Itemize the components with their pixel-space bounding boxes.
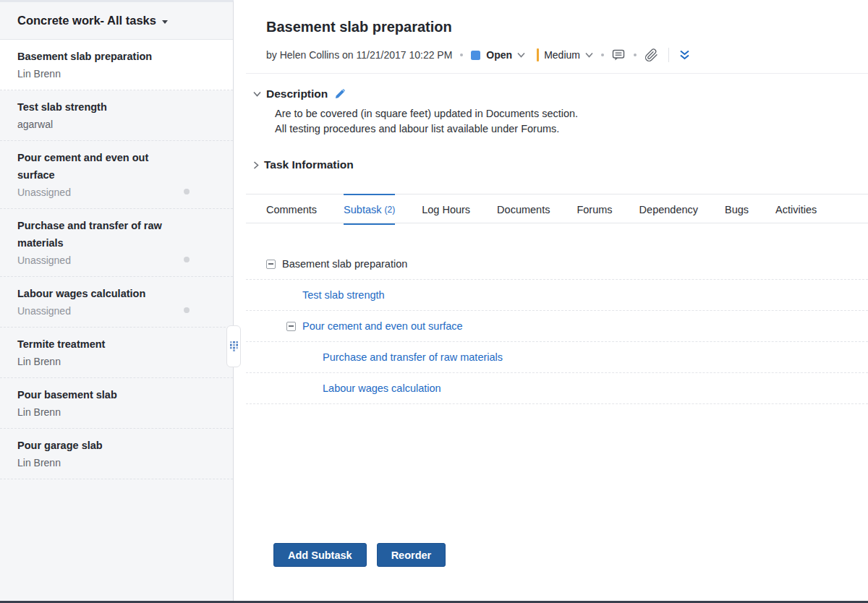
collapse-minus-icon[interactable] <box>266 260 276 269</box>
more-actions-double-chevron-icon[interactable] <box>679 50 690 60</box>
task-list: Basement slab preparation Lin Brenn Test… <box>0 40 233 479</box>
priority-color-bar <box>537 48 539 61</box>
dot-separator <box>634 54 637 56</box>
sidebar-task-item[interactable]: Pour basement slab Lin Brenn <box>0 378 233 429</box>
task-information-heading: Task Information <box>264 158 354 171</box>
task-list-sidebar: Concrete work- All tasks Basement slab p… <box>0 0 234 603</box>
subtask-root-title: Basement slab preparation <box>282 258 407 270</box>
tab-bugs[interactable]: Bugs <box>725 194 749 225</box>
sidebar-task-assignee: Lin Brenn <box>17 456 216 470</box>
tab-label: Activities <box>775 204 817 215</box>
sidebar-task-assignee: Lin Brenn <box>17 354 216 369</box>
tab-label: Bugs <box>725 204 749 215</box>
chevron-down-icon[interactable] <box>585 52 593 58</box>
description-line: All testing procedures and labour list a… <box>275 121 868 137</box>
sidebar-task-title: Labour wages calculation <box>17 285 216 302</box>
sidebar-task-title: Pour garage slab <box>17 437 216 454</box>
chevron-right-icon <box>253 161 259 169</box>
priority-dropdown[interactable]: Medium <box>544 49 580 61</box>
detail-tabs: Comments Subtask (2) Log Hours Documents… <box>246 194 868 223</box>
collapse-minus-icon[interactable] <box>286 322 296 331</box>
task-information-header[interactable]: Task Information <box>253 157 868 173</box>
subtask-link[interactable]: Purchase and transfer of raw materials <box>323 351 503 363</box>
sidebar-task-assignee: agarwal <box>17 117 216 132</box>
edit-pencil-icon[interactable] <box>335 89 345 99</box>
unassigned-dot-icon <box>184 189 190 194</box>
header-divider <box>246 73 868 74</box>
description-section: Description Are to be covered (in square… <box>266 86 868 137</box>
sidebar-resize-handle[interactable] <box>226 325 241 367</box>
tab-subtask[interactable]: Subtask (2) <box>344 194 395 225</box>
sidebar-task-assignee: Lin Brenn <box>17 405 216 419</box>
description-heading: Description <box>266 87 328 100</box>
tab-documents[interactable]: Documents <box>497 194 550 225</box>
sidebar-task-title: Purchase and transfer of raw materials <box>17 217 216 252</box>
subtask-link[interactable]: Pour cement and even out surface <box>302 320 463 332</box>
reorder-button[interactable]: Reorder <box>377 543 446 567</box>
tab-count: (2) <box>385 205 396 215</box>
task-list-switcher[interactable]: Concrete work- All tasks <box>0 2 233 40</box>
tab-label: Log Hours <box>422 204 470 215</box>
tab-forums[interactable]: Forums <box>576 194 612 225</box>
tab-activities[interactable]: Activities <box>775 194 817 225</box>
add-subtask-button[interactable]: Add Subtask <box>273 543 367 567</box>
subtask-link[interactable]: Test slab strength <box>302 289 385 301</box>
sidebar-task-item[interactable]: Pour cement and even out surface Unassig… <box>0 141 233 209</box>
unassigned-dot-icon <box>184 257 190 262</box>
sidebar-task-title: Pour cement and even out surface <box>17 149 216 184</box>
caret-down-icon <box>162 20 168 24</box>
comment-icon[interactable] <box>612 49 626 61</box>
tab-dependency[interactable]: Dependency <box>639 194 698 225</box>
drag-grip-icon <box>230 341 238 351</box>
sidebar-task-title: Pour basement slab <box>17 386 216 403</box>
task-meta-row: by Helen Collins on 11/21/2017 10:22 PM … <box>266 46 868 64</box>
task-title: Basement slab preparation <box>266 17 868 36</box>
sidebar-task-item[interactable]: Test slab strength agarwal <box>0 90 233 141</box>
sidebar-task-item[interactable]: Labour wages calculation Unassigned <box>0 277 233 328</box>
task-detail-panel: Basement slab preparation by Helen Colli… <box>234 0 868 603</box>
task-byline: by Helen Collins on 11/21/2017 10:22 PM <box>266 49 452 61</box>
sidebar-task-title: Basement slab preparation <box>17 48 216 65</box>
task-list-title: Concrete work- All tasks <box>17 14 156 27</box>
sidebar-task-item[interactable]: Pour garage slab Lin Brenn <box>0 429 233 479</box>
chevron-down-icon <box>253 91 261 97</box>
priority-group: Medium <box>537 48 593 61</box>
description-header[interactable]: Description <box>253 86 868 102</box>
tab-label: Dependency <box>639 204 698 215</box>
app-window: Concrete work- All tasks Basement slab p… <box>0 0 868 603</box>
description-text: Are to be covered (in square feet) updat… <box>275 106 868 137</box>
sidebar-task-title: Test slab strength <box>17 98 216 116</box>
subtask-row: Purchase and transfer of raw materials <box>246 342 868 373</box>
status-color-swatch <box>471 51 480 60</box>
subtask-actions: Add Subtask Reorder <box>273 543 868 567</box>
subtask-link[interactable]: Labour wages calculation <box>323 382 441 394</box>
sidebar-task-assignee: Lin Brenn <box>17 67 216 81</box>
tab-label: Comments <box>266 204 317 215</box>
description-line: Are to be covered (in square feet) updat… <box>275 106 868 121</box>
dot-separator <box>601 54 604 56</box>
subtask-row: Basement slab preparation <box>246 249 868 280</box>
sidebar-task-item[interactable]: Basement slab preparation Lin Brenn <box>0 40 233 90</box>
dot-separator <box>460 54 463 56</box>
tab-label: Forums <box>576 204 612 215</box>
tab-label: Documents <box>497 204 550 215</box>
status-dropdown[interactable]: Open <box>486 49 512 61</box>
sidebar-task-item[interactable]: Purchase and transfer of raw materials U… <box>0 209 233 277</box>
tab-log-hours[interactable]: Log Hours <box>422 194 470 225</box>
sidebar-task-item[interactable]: Termite treatment Lin Brenn <box>0 328 233 378</box>
sidebar-task-title: Termite treatment <box>17 335 216 353</box>
chevron-down-icon[interactable] <box>517 52 525 58</box>
subtask-tree: Basement slab preparation Test slab stre… <box>266 249 868 404</box>
unassigned-dot-icon <box>184 307 190 313</box>
subtask-row: Pour cement and even out surface <box>246 311 868 342</box>
subtask-row: Labour wages calculation <box>246 373 868 404</box>
tab-comments[interactable]: Comments <box>266 194 317 225</box>
tab-label: Subtask <box>344 204 381 215</box>
vertical-divider <box>668 48 669 62</box>
attachment-paperclip-icon[interactable] <box>644 48 658 62</box>
subtask-row: Test slab strength <box>246 280 868 311</box>
